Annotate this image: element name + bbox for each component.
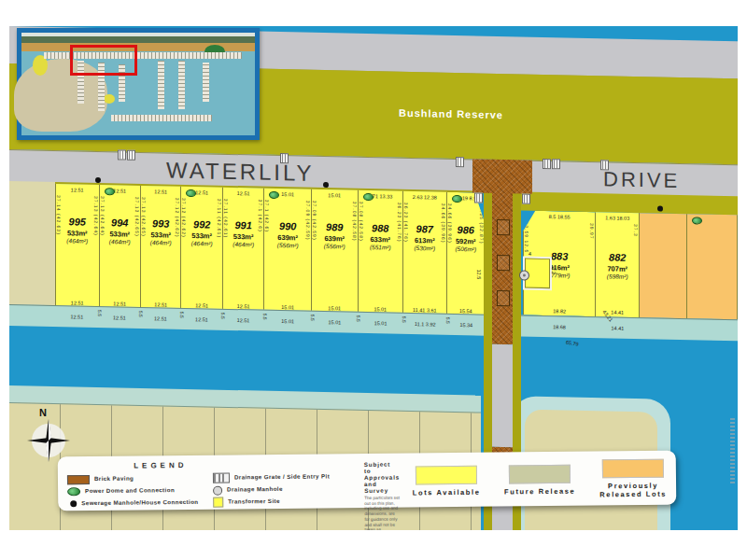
lot-number: 987 bbox=[416, 224, 433, 234]
legend-item: Transformer Site bbox=[213, 495, 370, 509]
drainage-pit-icon bbox=[497, 290, 510, 306]
shallow-dim-cell: 5.512.51 bbox=[222, 309, 264, 331]
road-reserve-dim: 12.5 bbox=[476, 269, 482, 279]
lot-left-dimension: 37.13 (42.64) bbox=[100, 196, 106, 236]
lot-right-dimension: 37.13 (42.65) bbox=[134, 197, 140, 237]
lot-area: 533m² bbox=[233, 232, 254, 241]
lot[interactable] bbox=[687, 214, 738, 319]
lots-left: 12.51 995 533m² (464m²) 12.51 37.14 (42.… bbox=[55, 182, 486, 316]
lot-alt-area: (551m²) bbox=[370, 244, 391, 250]
lot[interactable]: 12.51 993 533m² (464m²) 12.51 37.13 (42.… bbox=[141, 186, 181, 310]
lot[interactable]: 12.51 994 533m² (464m²) 12.51 37.13 (42.… bbox=[100, 185, 141, 309]
lot[interactable]: 1.71 13.33 988 633m² (551m²) 15.01 37.08… bbox=[359, 190, 404, 315]
lot-area: 707m² bbox=[607, 264, 627, 273]
drainage-grate-icon bbox=[213, 473, 230, 483]
drainage-manhole-icon bbox=[519, 270, 529, 280]
legend-category: Previously Released Lots bbox=[586, 458, 680, 498]
lot[interactable]: 10.19 8.5 986 592m² (506m²) 15.54 34.66 … bbox=[447, 192, 486, 316]
lot[interactable]: 1.63 18.03 882 707m² (598m²) 14.41 37.3 bbox=[596, 212, 640, 317]
lot-alt-area: (598m²) bbox=[607, 273, 628, 279]
future-release-area-left bbox=[9, 181, 56, 307]
sewerage-manhole-icon bbox=[323, 182, 329, 188]
legend-items: Brick PavingDrainage Grate / Side Entry … bbox=[67, 470, 364, 510]
inset-house-row bbox=[158, 61, 164, 109]
lot-area: 533m² bbox=[109, 230, 130, 238]
lots-right: 8.5 18.55 883 916m² (779m²) 18.82 13.59 … bbox=[523, 211, 738, 320]
legend-category-label: Previously Released Lots bbox=[586, 481, 680, 498]
lot-area: 639m² bbox=[277, 233, 298, 242]
shallow-dim-cell bbox=[687, 318, 738, 341]
lot-area: 592m² bbox=[456, 237, 476, 245]
lot-alt-area: (464m²) bbox=[150, 239, 172, 245]
lot-alt-area: (556m²) bbox=[324, 243, 345, 249]
legend-item-label: Drainage Grate / Side Entry Pit bbox=[234, 474, 330, 482]
shallow-dim-cell: 5.515.01 bbox=[358, 312, 403, 334]
lot[interactable]: 15.01 990 639m² (556m²) 15.01 37.1 (42.6… bbox=[264, 189, 312, 313]
location-inset-map[interactable] bbox=[17, 28, 260, 140]
legend-category-swatch bbox=[602, 459, 664, 479]
legend-item-label: Power Dome and Connection bbox=[85, 487, 175, 495]
lot-number: 993 bbox=[152, 218, 169, 229]
legend-category-swatch bbox=[509, 464, 571, 483]
lot-left-dimension: 37.11 (42.61) bbox=[223, 199, 229, 239]
legend-item-label: Sewerage Manhole/House Connection bbox=[81, 499, 198, 507]
brick-paving-swatch bbox=[67, 475, 90, 484]
lot-right-dimension: 37.3 bbox=[633, 224, 639, 237]
legend-item: Sewerage Manhole/House Connection bbox=[67, 497, 207, 511]
lot-left-dimension: 37.1 (42.6) bbox=[264, 200, 270, 232]
lot-top-dimension: 12.51 bbox=[71, 187, 84, 192]
lot-number: 986 bbox=[458, 225, 474, 235]
drainage-grate-icon bbox=[522, 193, 530, 203]
shallow-dim-cell: 5.515.01 bbox=[264, 310, 312, 332]
lot-bottom-dimension: 18.82 bbox=[524, 308, 595, 315]
lot-number: 988 bbox=[372, 223, 388, 233]
lot[interactable]: 15.01 989 639m² (556m²) 15.01 37.09 (42.… bbox=[312, 189, 359, 314]
lot[interactable]: 12.51 995 533m² (464m²) 12.51 37.14 (42.… bbox=[55, 184, 100, 308]
lot-right-dimension: 37.1 (42.6) bbox=[258, 200, 263, 232]
street-name-waterlily: WATERLILY bbox=[166, 158, 315, 187]
legend-title: LEGEND bbox=[67, 460, 254, 470]
lot-left-dimension: 37.14 (42.63) bbox=[56, 195, 62, 235]
lot-number: 882 bbox=[609, 252, 626, 262]
lot-number: 995 bbox=[69, 217, 86, 227]
legend-category-label: Future Release bbox=[493, 486, 586, 496]
legend-category: Lots Available bbox=[400, 465, 493, 497]
shallow-dim-cell: 5.511.1 3.92 bbox=[403, 313, 447, 335]
brick-intersection bbox=[472, 159, 532, 193]
edge-fineprint bbox=[730, 418, 735, 483]
drainage-pit-icon bbox=[497, 219, 510, 235]
lot-area: 633m² bbox=[370, 235, 390, 244]
power-dome-icon bbox=[452, 195, 462, 203]
lot-top-dimension: 15.01 bbox=[281, 191, 294, 197]
drainage-manhole-icon bbox=[213, 485, 222, 495]
lot-number: 991 bbox=[235, 220, 252, 231]
lot-left-dimension: 37.12 (42.62) bbox=[181, 198, 187, 238]
lot-area: 613m² bbox=[415, 236, 435, 245]
lot[interactable]: 12.51 991 533m² (464m²) 12.51 37.11 (42.… bbox=[223, 188, 264, 312]
lot-bottom-dimension bbox=[687, 316, 737, 317]
lot[interactable] bbox=[640, 213, 687, 318]
legend: LEGEND Brick PavingDrainage Grate / Side… bbox=[58, 451, 677, 511]
drainage-grate-icon bbox=[456, 157, 464, 167]
lot-left-dimension: 13.59 12.5 bbox=[524, 222, 529, 254]
transformer-top-dim: 4 bbox=[529, 251, 531, 257]
road-vertical-mid bbox=[492, 344, 513, 447]
lot-right-dimension: 37.11 (42.61) bbox=[217, 199, 222, 239]
lot-top-dimension: 12.51 bbox=[113, 188, 126, 193]
shallow-dim-cell bbox=[640, 317, 687, 340]
drainage-grate-icon bbox=[127, 150, 135, 161]
lot-area: 639m² bbox=[324, 234, 345, 243]
lot[interactable]: 12.51 992 533m² (464m²) 12.51 37.12 (42.… bbox=[181, 187, 222, 311]
lot-right-dimension: 36.23 (41.76) bbox=[397, 203, 402, 243]
inset-lot-patch bbox=[104, 94, 115, 104]
lot[interactable]: 2.63 12.38 987 613m² (530m²) 11.41 3.61 … bbox=[403, 191, 447, 315]
lot-alt-area: (464m²) bbox=[191, 240, 213, 246]
lot-number: 994 bbox=[111, 217, 128, 228]
transformer-side-dim: 6.2 bbox=[551, 267, 557, 274]
lot-top-dimension: 12.51 bbox=[237, 190, 250, 196]
power-dome-icon bbox=[692, 217, 702, 224]
shallow-dim-cell: 5.512.51 bbox=[181, 308, 223, 330]
lot-left-dimension: 34.66 (39.96) bbox=[447, 203, 453, 244]
inset-house-row bbox=[111, 115, 212, 121]
shallow-dim-cell: 5.515.01 bbox=[312, 311, 359, 333]
